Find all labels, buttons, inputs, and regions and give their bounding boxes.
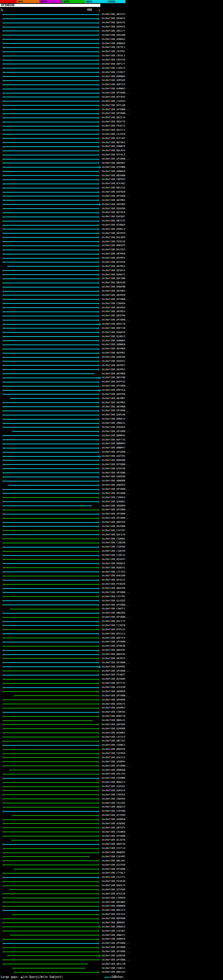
- hit-label[interactable]: UniRef100_A9NNY9: [102, 145, 125, 148]
- hit-line[interactable]: [3, 853, 99, 853]
- hit-label[interactable]: UniRef100_B4W2M0: [102, 286, 125, 288]
- hit-line[interactable]: [3, 567, 99, 568]
- hit-label[interactable]: UniRef100_C6BYB3: [102, 798, 125, 800]
- hit-line[interactable]: [3, 76, 99, 77]
- hit-label[interactable]: UniRef100_UPI000...: [102, 319, 130, 321]
- hit-label[interactable]: UniRef100_B9WN86: [102, 905, 125, 907]
- hit-line[interactable]: [13, 968, 85, 969]
- hit-label[interactable]: UniRef100_B4PFQ2: [102, 381, 125, 383]
- hit-line[interactable]: [3, 357, 99, 358]
- hit-label[interactable]: UniRef100_Q4PM95: [102, 666, 125, 668]
- hit-label[interactable]: UniRef100_B6T8C6: [102, 212, 125, 214]
- hit-label[interactable]: UniRef100_UPI000...: [102, 868, 130, 870]
- hit-label[interactable]: UniRef100_B6T533: [102, 220, 125, 222]
- hit-label[interactable]: UniRef100_B7P3J5: [102, 628, 125, 631]
- hit-line[interactable]: [10, 889, 99, 890]
- hit-label[interactable]: UniRef100_C5E4M7: [102, 856, 125, 858]
- hit-line[interactable]: [3, 390, 99, 391]
- hit-line[interactable]: [3, 93, 99, 94]
- hit-line[interactable]: [3, 683, 99, 684]
- hit-line[interactable]: [3, 287, 99, 288]
- hit-label[interactable]: UniRef100_A6YM55: [102, 369, 125, 371]
- hit-label[interactable]: UniRef100_Q4EE54: [102, 789, 125, 792]
- hit-label[interactable]: UniRef100_Q6CWB9: [102, 901, 125, 904]
- hit-line[interactable]: [3, 728, 99, 729]
- hit-line[interactable]: [3, 811, 99, 812]
- hit-line[interactable]: [3, 910, 99, 911]
- hit-label[interactable]: UniRef100_B9RB04: [102, 75, 125, 78]
- hit-label[interactable]: UniRef100_C5YT14: [102, 847, 125, 850]
- hit-line[interactable]: [3, 823, 99, 824]
- hit-line[interactable]: [3, 159, 99, 159]
- hit-label[interactable]: UniRef100_C5E3B7: [102, 930, 125, 932]
- hit-line[interactable]: [3, 580, 99, 581]
- hit-line[interactable]: [3, 559, 99, 560]
- hit-label[interactable]: UniRef100_A6YM54: [102, 310, 125, 313]
- hit-label[interactable]: UniRef100_A9P7S2: [102, 83, 125, 86]
- hit-label[interactable]: UniRef100_A6RNG0: [102, 690, 125, 693]
- hit-label[interactable]: UniRef100_UPI000...: [102, 835, 130, 837]
- hit-label[interactable]: UniRef100_UPI000...: [102, 950, 130, 953]
- hit-label[interactable]: UniRef100_Q84V55: [102, 22, 125, 24]
- hit-line[interactable]: [3, 171, 99, 172]
- hit-line[interactable]: [3, 931, 99, 931]
- hit-line[interactable]: [3, 625, 99, 626]
- hit-label[interactable]: UniRef100_C4R3G2: [102, 794, 125, 796]
- hit-line[interactable]: [3, 328, 99, 329]
- hit-line[interactable]: [3, 522, 99, 523]
- hit-line[interactable]: [3, 518, 99, 519]
- hit-line[interactable]: [3, 542, 99, 543]
- hit-label[interactable]: UniRef100_Q2H966: [102, 728, 125, 730]
- hit-label[interactable]: UniRef100_C0PD32: [102, 178, 125, 181]
- hit-line[interactable]: [3, 14, 99, 15]
- hit-line[interactable]: [3, 510, 99, 510]
- hit-line[interactable]: [3, 662, 99, 663]
- hit-label[interactable]: UniRef100_Q6C3V2: [102, 740, 125, 742]
- hit-label[interactable]: UniRef100_C6TM5C: [102, 51, 125, 53]
- hit-label[interactable]: UniRef100_B4NW04: [102, 340, 125, 342]
- hit-label[interactable]: UniRef100_Q4P402: [102, 724, 125, 726]
- hit-line[interactable]: [3, 786, 99, 787]
- hit-line[interactable]: [3, 836, 99, 837]
- hit-label[interactable]: UniRef100_A9U1W9: [102, 34, 125, 37]
- hit-line[interactable]: [3, 481, 99, 482]
- hit-line[interactable]: [3, 212, 99, 213]
- hit-label[interactable]: UniRef100_B4J3E3: [102, 248, 125, 251]
- hit-line[interactable]: [3, 180, 99, 180]
- hit-line[interactable]: [3, 679, 99, 679]
- hit-label[interactable]: UniRef100_UPI000...: [102, 298, 130, 301]
- hit-line[interactable]: [3, 790, 99, 791]
- hit-line[interactable]: [3, 675, 99, 676]
- hit-label[interactable]: UniRef100_A6NGN7: [102, 921, 125, 924]
- hit-label[interactable]: UniRef100_A1D2Q1: [102, 785, 125, 788]
- hit-label[interactable]: UniRef100_B7G216: [102, 893, 125, 895]
- hit-line[interactable]: [3, 216, 99, 217]
- hit-line[interactable]: [3, 142, 99, 143]
- hit-label[interactable]: UniRef100_B6SHN0: [102, 175, 125, 177]
- hit-line[interactable]: [3, 535, 99, 535]
- hit-line[interactable]: [3, 716, 99, 717]
- hit-line[interactable]: [3, 345, 99, 345]
- hit-line[interactable]: [9, 485, 99, 486]
- hit-line[interactable]: [10, 935, 99, 935]
- hit-label[interactable]: UniRef100_A6QU13: [102, 806, 125, 808]
- hit-label[interactable]: UniRef100_Q1HR13: [102, 336, 125, 338]
- hit-label[interactable]: UniRef100_UPI000...: [102, 616, 130, 619]
- hit-label[interactable]: UniRef100_A9BHF8: [102, 938, 125, 940]
- hit-line[interactable]: [3, 382, 99, 382]
- hit-line[interactable]: [3, 687, 99, 688]
- hit-label[interactable]: UniRef100_B9W1T6: [102, 715, 125, 718]
- hit-line[interactable]: [3, 629, 99, 630]
- hit-label[interactable]: UniRef100_UPI000...: [102, 942, 130, 945]
- hit-line[interactable]: [3, 167, 99, 167]
- hit-label[interactable]: UniRef100_UPI000...: [102, 430, 130, 433]
- hit-line[interactable]: [3, 349, 99, 349]
- hit-line[interactable]: [13, 914, 99, 915]
- hit-line[interactable]: [10, 398, 99, 399]
- hit-label[interactable]: UniRef100_Q6PCK9: [102, 521, 125, 523]
- hit-line[interactable]: [3, 642, 99, 643]
- hit-label[interactable]: UniRef100_UPI000...: [102, 492, 130, 495]
- hit-line[interactable]: [3, 799, 99, 799]
- hit-line[interactable]: [3, 964, 87, 964]
- hit-line[interactable]: [3, 538, 99, 539]
